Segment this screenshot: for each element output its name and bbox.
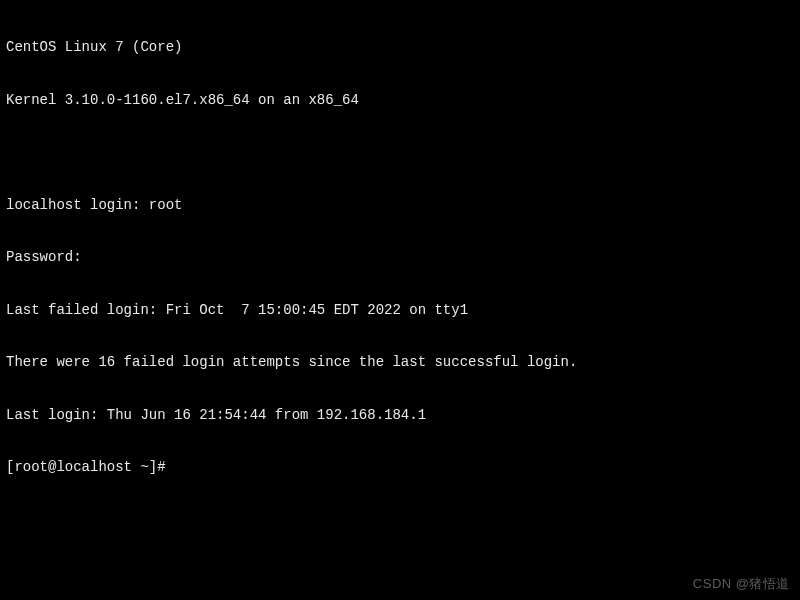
- login-host-prompt: localhost login:: [6, 197, 149, 213]
- login-prompt-line: localhost login: root: [6, 197, 794, 215]
- shell-prompt: [root@localhost ~]#: [6, 459, 166, 475]
- cursor-icon: [174, 461, 182, 475]
- watermark-text: CSDN @猪悟道: [693, 576, 790, 592]
- shell-prompt-line[interactable]: [root@localhost ~]#: [6, 459, 794, 477]
- last-failed-login-line: Last failed login: Fri Oct 7 15:00:45 ED…: [6, 302, 794, 320]
- password-prompt-line: Password:: [6, 249, 794, 267]
- last-login-line: Last login: Thu Jun 16 21:54:44 from 192…: [6, 407, 794, 425]
- os-name-line: CentOS Linux 7 (Core): [6, 39, 794, 57]
- blank-line: [6, 144, 794, 162]
- terminal-console[interactable]: CentOS Linux 7 (Core) Kernel 3.10.0-1160…: [6, 4, 794, 494]
- failed-attempts-line: There were 16 failed login attempts sinc…: [6, 354, 794, 372]
- kernel-line: Kernel 3.10.0-1160.el7.x86_64 on an x86_…: [6, 92, 794, 110]
- login-username-input[interactable]: root: [149, 197, 183, 213]
